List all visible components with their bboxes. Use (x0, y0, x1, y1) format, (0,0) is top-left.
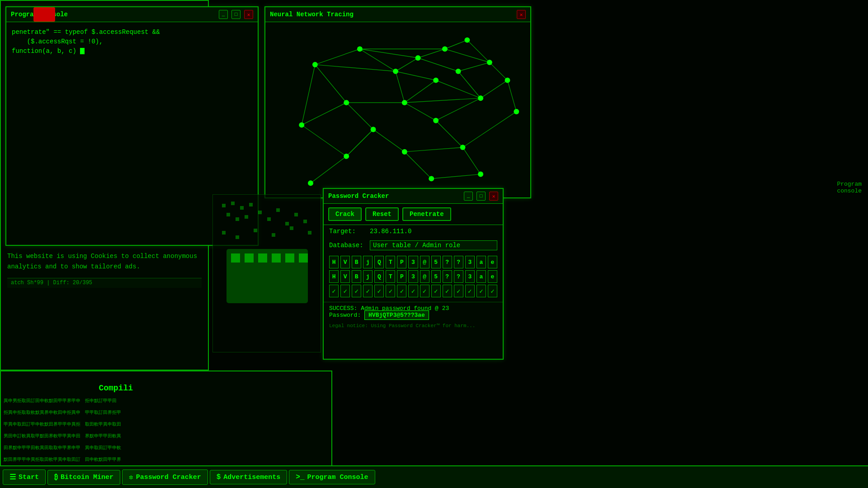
check-row: ✓ ✓ ✓ ✓ ✓ ✓ ✓ ✓ ✓ ✓ ✓ ✓ ✓ ✓ ✓ (329, 285, 497, 297)
program-console-taskbar-button[interactable]: >_ Program Console (289, 470, 375, 484)
small-console-label: Program console (837, 181, 862, 194)
char-q1: ? (443, 256, 452, 268)
check-10: ✓ (431, 285, 441, 297)
svg-point-54 (433, 118, 439, 123)
pwcrack-maximize[interactable]: □ (476, 192, 486, 201)
svg-rect-105 (258, 253, 267, 263)
svg-point-51 (433, 78, 439, 83)
svg-point-62 (308, 180, 313, 186)
password-cracker-taskbar-button[interactable]: ✲ Password Cracker (122, 469, 208, 485)
char-52: 5 (431, 270, 441, 283)
advertisements-taskbar-button[interactable]: $ Advertisements (210, 470, 288, 484)
asterisk-icon: ✲ (129, 473, 133, 482)
database-label: Database: (329, 242, 365, 249)
svg-point-59 (344, 154, 349, 159)
pwcrack-toolbar: Crack Reset Penetrate (324, 204, 503, 225)
pixel-svg (213, 195, 321, 352)
svg-point-52 (478, 95, 483, 101)
pwcrack-taskbar-label: Password Cracker (136, 474, 201, 481)
char-34: 3 (465, 270, 475, 283)
taskbar: ☰ Start ₿ Bitcoin Miner ✲ Password Crack… (0, 465, 868, 488)
svg-rect-95 (303, 220, 307, 223)
char-row-2: H V B j Q T P 3 @ 5 ? ? 3 a e (329, 270, 497, 283)
char-H1: H (329, 256, 339, 268)
check-15: ✓ (488, 285, 497, 297)
neural-controls: ✕ (517, 10, 526, 19)
scroll-bar[interactable]: atch Sh*99 | Diff: 20/395 (7, 278, 202, 288)
bitcoin-icon: ₿ (54, 473, 58, 482)
database-row: Database: User table / Admin role (324, 238, 503, 253)
minimize-button[interactable]: _ (219, 10, 228, 19)
compile-label: Compili (99, 383, 133, 394)
flag-turkey[interactable] (33, 7, 55, 22)
svg-point-41 (357, 46, 363, 52)
char-P1: P (397, 256, 406, 268)
char-e2: e (488, 270, 497, 283)
check-6: ✓ (386, 285, 395, 297)
svg-rect-91 (267, 217, 271, 221)
neural-close-button[interactable]: ✕ (517, 10, 526, 19)
check-3: ✓ (352, 285, 361, 297)
check-5: ✓ (374, 285, 384, 297)
pwcrack-minimize[interactable]: _ (464, 192, 473, 201)
pwcrack-title: Password Cracker (328, 192, 389, 200)
svg-rect-89 (245, 215, 248, 219)
svg-point-49 (344, 100, 349, 105)
password-cracker-window: Password Cracker _ □ ✕ Crack Reset Penet… (323, 188, 504, 360)
neural-svg (265, 22, 530, 196)
svg-rect-94 (294, 213, 298, 216)
check-9: ✓ (420, 285, 429, 297)
check-13: ✓ (465, 285, 475, 297)
check-2: ✓ (340, 285, 350, 297)
svg-point-42 (393, 69, 398, 74)
svg-rect-106 (272, 253, 281, 263)
char-H2: H (329, 270, 339, 283)
close-button[interactable]: ✕ (244, 10, 253, 19)
svg-point-57 (402, 149, 407, 155)
char-31: 3 (408, 256, 418, 268)
svg-point-50 (402, 100, 407, 105)
crack-button[interactable]: Crack (328, 207, 362, 221)
pwcrack-titlebar: Password Cracker _ □ ✕ (324, 189, 503, 204)
svg-point-61 (478, 172, 483, 177)
char-T1: T (386, 256, 395, 268)
svg-rect-97 (236, 235, 239, 239)
code-line-1: penetrate" == typeof $.accessRequest && (12, 28, 252, 37)
svg-rect-108 (299, 253, 308, 263)
compile-header: Compili (4, 380, 139, 397)
char-q4: ? (454, 270, 463, 283)
maximize-button[interactable]: □ (231, 10, 241, 19)
password-label: Password: (329, 312, 361, 319)
penetrate-button[interactable]: Penetrate (402, 207, 451, 221)
svg-point-58 (460, 145, 466, 150)
neural-canvas (265, 22, 530, 196)
reset-button[interactable]: Reset (365, 207, 399, 221)
char-j1: j (363, 256, 373, 268)
start-button[interactable]: ☰ Start (3, 469, 46, 485)
svg-rect-99 (272, 233, 275, 237)
char-V2: V (340, 270, 350, 283)
console-controls: _ □ ✕ (219, 10, 253, 19)
svg-rect-86 (249, 203, 253, 206)
bitcoin-label: Bitcoin Miner (61, 474, 113, 481)
svg-point-48 (505, 78, 510, 83)
pwcrack-close[interactable]: ✕ (489, 192, 498, 201)
char-Q1: Q (374, 256, 384, 268)
svg-rect-100 (290, 226, 293, 230)
neural-network-window: Neural Network Tracing ✕ (264, 6, 531, 198)
svg-rect-83 (222, 204, 226, 207)
check-12: ✓ (454, 285, 463, 297)
char-51: 5 (431, 256, 441, 268)
svg-rect-103 (231, 253, 240, 263)
svg-rect-88 (236, 217, 239, 221)
char-at1: @ (420, 256, 429, 268)
svg-point-45 (464, 38, 470, 43)
code-line-2: ($.accessRqst = !0), (12, 37, 252, 47)
cookies-text: This website is using Cookies to collect… (7, 251, 202, 272)
password-value: HVBjQTP3@5???3ae (364, 310, 429, 320)
svg-rect-84 (231, 202, 235, 205)
char-32: 3 (465, 256, 475, 268)
svg-rect-104 (245, 253, 254, 263)
start-label: Start (19, 474, 39, 481)
bitcoin-miner-taskbar-button[interactable]: ₿ Bitcoin Miner (47, 470, 120, 485)
